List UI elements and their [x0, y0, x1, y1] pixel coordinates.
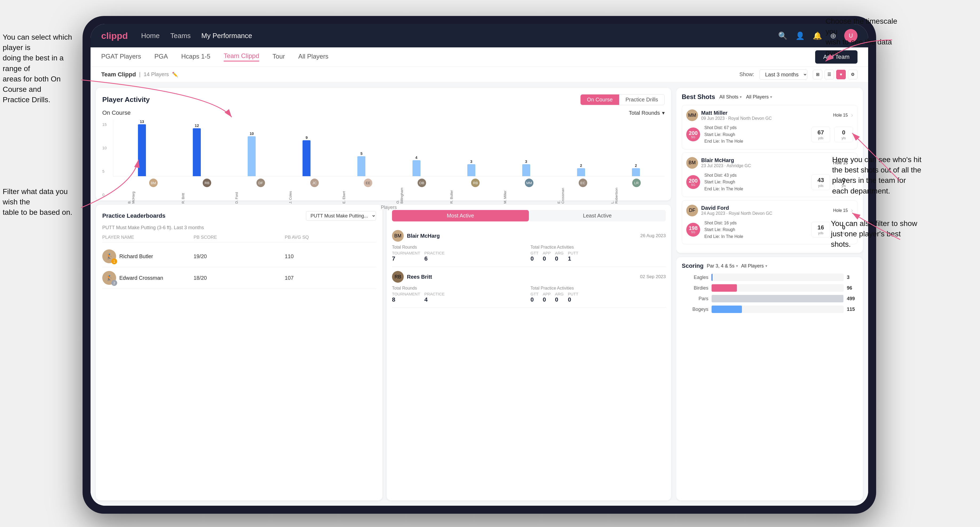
- nav-my-performance[interactable]: My Performance: [201, 32, 252, 40]
- nav-home[interactable]: Home: [141, 32, 159, 40]
- practice-activities-section-2: Total Practice Activities GTT 0 APP: [530, 286, 666, 303]
- shot-badge-1: 200 SG: [686, 127, 700, 141]
- all-players-filter[interactable]: All Players ▾: [746, 94, 772, 100]
- edit-icon[interactable]: ✏️: [172, 71, 178, 78]
- least-active-tab[interactable]: Least Active: [529, 210, 666, 221]
- putt-2: 0: [568, 296, 578, 303]
- search-icon[interactable]: 🔍: [778, 32, 788, 40]
- all-shots-filter[interactable]: All Shots ▾: [719, 94, 741, 100]
- bar-name-4: J. Coles: [288, 187, 340, 204]
- bar-name-5: E. Ebert: [342, 187, 394, 204]
- on-course-tab[interactable]: On Course: [581, 94, 619, 105]
- right-panel: Best Shots All Shots ▾ All Players ▾: [676, 83, 868, 506]
- scoring-label-bogeys: Bogeys: [682, 306, 708, 312]
- bar-name-6: O. Billingham: [396, 187, 448, 204]
- total-rounds-label-1: Total Rounds: [392, 245, 527, 250]
- shot-badge-3: 198 SG: [686, 223, 700, 237]
- active-avatar-2: RB: [392, 271, 404, 283]
- shot-stat-3: 43 yds: [811, 174, 830, 190]
- scoring-value-bogeys: 115: [847, 306, 858, 312]
- bell-icon[interactable]: 🔔: [813, 32, 822, 40]
- player-pb-avg-2: 107: [285, 275, 376, 281]
- sub-nav-links: PGAT Players PGA Hcaps 1-5 Team Clippd T…: [101, 52, 328, 62]
- player-avatar-crossman: 🏌️ 2: [102, 271, 116, 285]
- y-label-0: 0: [102, 192, 113, 197]
- team-player-count: 14 Players: [144, 71, 169, 78]
- scoring-row-bogeys: Bogeys 115: [682, 306, 858, 313]
- subnav-all-players[interactable]: All Players: [298, 53, 328, 61]
- subnav-team-clippd[interactable]: Team Clippd: [224, 52, 259, 62]
- scoring-filter-1[interactable]: Par 3, 4 & 5s ▾: [707, 263, 738, 269]
- list-view-btn[interactable]: ☰: [824, 70, 834, 79]
- chart-dropdown[interactable]: Total Rounds ▾: [629, 110, 665, 116]
- player-name-butler: Richard Butler: [119, 253, 153, 259]
- subnav-tour[interactable]: Tour: [272, 53, 285, 61]
- practice-drills-tab[interactable]: Practice Drills: [619, 94, 664, 105]
- player-activity-card: Player Activity On Course Practice Drill…: [96, 88, 671, 200]
- subnav-pga[interactable]: PGA: [154, 53, 168, 61]
- practice-activities-section-1: Total Practice Activities GTT 0 APP: [530, 245, 666, 262]
- bar-7: [467, 164, 476, 176]
- scoring-bar-birdies: [711, 284, 737, 292]
- col-player-name: PLAYER NAME: [102, 235, 194, 240]
- tournament-value-1: 7: [392, 255, 420, 262]
- chart-dropdown-label: Total Rounds: [629, 110, 660, 116]
- practice-leaderboards-card: Practice Leaderboards PUTT Must Make Put…: [96, 205, 382, 500]
- filter-btn[interactable]: ⚙: [848, 70, 858, 79]
- left-panel: Player Activity On Course Practice Drill…: [91, 83, 676, 506]
- bar-value-3: 10: [250, 132, 254, 136]
- bar-value-5: 5: [361, 151, 363, 156]
- shot-player-details-2: Blair McHarg 23 Jul 2023 · Ashridge GC: [701, 157, 830, 168]
- scoring-label-pars: Pars: [682, 296, 708, 302]
- bar-group-10: 2: [609, 163, 663, 176]
- avatar-2: RB: [181, 179, 233, 187]
- bar-3: [248, 136, 256, 176]
- avatar-1: BM: [127, 179, 180, 187]
- scoring-row-pars: Pars 499: [682, 295, 858, 302]
- avatar-5: EE: [342, 179, 394, 187]
- scoring-par-label: Par 3, 4 & 5s: [707, 263, 735, 269]
- chevron-down-icon: ▾: [662, 110, 665, 116]
- player-activity-header: Player Activity On Course Practice Drill…: [102, 94, 665, 105]
- bar-4: [302, 140, 310, 176]
- bar-2: [193, 128, 201, 176]
- active-player-date-2: 02 Sep 2023: [640, 274, 666, 279]
- practice-value-2: 4: [425, 296, 445, 303]
- nav-teams[interactable]: Teams: [170, 32, 191, 40]
- most-active-tab[interactable]: Most Active: [392, 210, 529, 221]
- active-player-item-1: BM Blair McHarg 26 Aug 2023 Total Rounds: [392, 226, 666, 267]
- bar-value-10: 2: [635, 163, 637, 168]
- scoring-row-birdies: Birdies 96: [682, 284, 858, 292]
- avatar-8: MM: [503, 179, 555, 187]
- active-player-header-2: RB Rees Britt 02 Sep 2023: [392, 271, 666, 283]
- shot-details-3: 198 SG Shot Dist: 16 yds Start Lie: Roug…: [686, 220, 853, 240]
- users-icon[interactable]: 👤: [795, 32, 805, 40]
- scoring-bar-pars: [711, 295, 843, 302]
- gtt-1: 0: [530, 255, 538, 262]
- grid-view-btn[interactable]: ⊞: [813, 70, 822, 79]
- scoring-filter-2[interactable]: All Players ▾: [741, 263, 767, 269]
- chevron-scoring-players-icon: ▾: [765, 264, 767, 268]
- bar-value-9: 2: [580, 163, 582, 168]
- bar-8: [522, 164, 530, 176]
- expand-icon-1[interactable]: ›: [851, 112, 853, 119]
- card-view-btn[interactable]: ♥: [836, 70, 846, 79]
- time-filter-select[interactable]: Last 3 months: [759, 70, 807, 79]
- practice-title: Practice Leaderboards: [102, 213, 165, 219]
- shot-info-3: Shot Dist: 16 yds Start Lie: Rough End L…: [704, 220, 807, 240]
- shot-player-name-1: Matt Miller: [701, 110, 830, 116]
- expand-icon-3[interactable]: ›: [851, 207, 853, 214]
- shot-location-2: 23 Jul 2023 · Ashridge GC: [701, 163, 830, 168]
- bar-group-5: 5: [335, 151, 388, 176]
- subnav-hcaps[interactable]: Hcaps 1-5: [181, 53, 210, 61]
- active-avatar-1: BM: [392, 230, 404, 242]
- x-axis-label-players: Players: [113, 205, 665, 210]
- top-nav: clippd Home Teams My Performance 🔍 👤 🔔 ⊕…: [91, 24, 868, 48]
- active-stats-grid-1: Total Rounds Tournament 7 Practice: [392, 245, 666, 262]
- subnav-pgat[interactable]: PGAT Players: [101, 53, 141, 61]
- all-players-label: All Players: [746, 94, 768, 100]
- practice-dropdown[interactable]: PUTT Must Make Putting...: [306, 211, 376, 221]
- bar-group-1: 13: [115, 119, 169, 176]
- bar-chart: 15 10 5 0 13: [102, 119, 665, 194]
- player-pb-score-2: 18/20: [194, 275, 285, 281]
